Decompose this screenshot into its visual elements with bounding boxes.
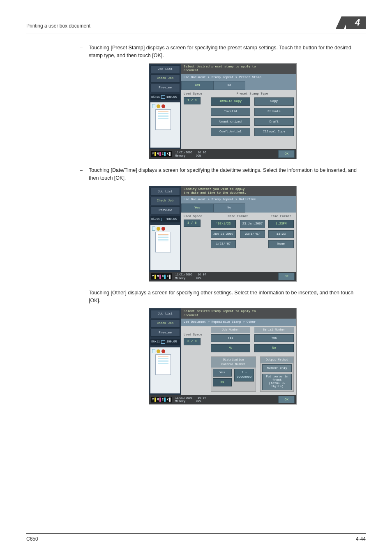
footer-page: 4-44	[356, 536, 366, 542]
prompt-text: Select desired Stamp Repeat to apply to …	[181, 308, 296, 319]
breadcrumb: Use Document > Stamp Repeat > Preset Sta…	[181, 74, 296, 81]
preview-button[interactable]: Preview	[150, 84, 180, 92]
used-space-label: Used Space	[184, 92, 208, 97]
opt-illegal-copy[interactable]: Illegal Copy	[254, 128, 294, 136]
rotate-right-icon[interactable]	[161, 104, 165, 108]
preview-panel	[150, 225, 180, 270]
page-thumbnail	[155, 232, 171, 252]
check-job-button[interactable]: Check Job	[150, 319, 180, 328]
rotate-left-icon[interactable]	[157, 349, 160, 353]
footer-datetime: 11/21/2006 16:07 Memory 99%	[175, 396, 206, 403]
prompt-text: Select desired preset stamp to apply to …	[181, 64, 296, 74]
opt-copy[interactable]: Copy	[254, 97, 294, 106]
serial-number-yes[interactable]: Yes	[254, 334, 294, 342]
page-fraction: 3 / 8	[184, 220, 201, 227]
output-number-only[interactable]: Number only	[262, 364, 292, 372]
distribution-title: Distribution Control Number	[211, 357, 256, 368]
date-opt-5[interactable]: 1/23/'07	[211, 240, 236, 248]
job-number-yes[interactable]: Yes	[211, 334, 250, 342]
check-job-button[interactable]: Check Job	[150, 74, 180, 83]
screenshot-date-time: Job List Check Job Preview 8½x11100.0%	[149, 186, 297, 282]
preview-button[interactable]: Preview	[150, 206, 180, 215]
footer-datetime: 11/21/2006 16:07 Memory 99%	[175, 273, 206, 280]
opt-unauthorized[interactable]: Unauthorized	[211, 118, 250, 126]
time-opt-3[interactable]: None	[268, 240, 294, 248]
dist-no[interactable]: No	[213, 378, 232, 386]
used-space-label: Used Space	[184, 333, 208, 338]
opt-invalid[interactable]: Invalid	[211, 108, 250, 116]
screenshot-preset-stamp: Job List Check Job Preview 8½x11100.0%	[149, 63, 297, 159]
date-opt-4[interactable]: 23/1/'07	[240, 230, 265, 238]
tab-yes[interactable]: Yes	[181, 204, 213, 213]
breadcrumb: Use Document > Stamp Repeat > Date/Time	[181, 196, 296, 204]
serial-number-title: Serial Number	[254, 327, 294, 333]
chapter-number: 4	[346, 16, 366, 29]
footer-datetime: 11/21/2006 16:06 Memory 99%	[175, 151, 206, 157]
time-format-title: Time Format	[268, 214, 294, 219]
bullet-dash: –	[80, 44, 89, 60]
opt-draft[interactable]: Draft	[254, 118, 294, 126]
running-title: Printing a user box document	[26, 23, 90, 29]
job-list-button[interactable]: Job List	[150, 188, 180, 196]
page-content: – Touching [Preset Stamp] displays a scr…	[80, 44, 366, 405]
job-list-button[interactable]: Job List	[150, 65, 180, 74]
preview-panel	[150, 347, 180, 393]
opt-invalid-copy[interactable]: Invalid Copy	[211, 97, 250, 106]
bullet-dash: –	[80, 166, 89, 183]
opt-private[interactable]: Private	[254, 108, 294, 116]
ok-button[interactable]: OK	[278, 273, 295, 280]
date-opt-1[interactable]: '07/1/23	[211, 220, 236, 228]
doc-icon	[152, 227, 155, 231]
toner-levels: Y M C K	[151, 273, 172, 279]
job-number-no[interactable]: No	[211, 344, 250, 352]
ok-button[interactable]: OK	[278, 150, 295, 157]
preview-button[interactable]: Preview	[150, 329, 180, 337]
footer-model: C650	[26, 536, 38, 542]
job-number-title: Job Number	[211, 327, 250, 333]
time-opt-2[interactable]: 13:23	[268, 230, 294, 238]
rotate-left-icon[interactable]	[157, 104, 160, 108]
check-job-button[interactable]: Check Job	[150, 197, 180, 205]
page-thumbnail	[155, 354, 171, 375]
time-opt-1[interactable]: 1:23PM	[268, 220, 294, 228]
page-fraction: 1 / 8	[184, 97, 201, 104]
output-method-title: Output Method	[261, 357, 293, 363]
dist-range[interactable]: 1 - 99999999	[234, 369, 254, 382]
date-opt-2[interactable]: 23.Jan.2007	[240, 220, 265, 228]
rotate-right-icon[interactable]	[161, 349, 165, 353]
tab-no[interactable]: No	[213, 81, 245, 90]
serial-number-no[interactable]: No	[254, 344, 294, 352]
date-format-title: Date Format	[211, 214, 265, 219]
used-space-label: Used Space	[184, 214, 208, 219]
tab-yes[interactable]: Yes	[181, 81, 213, 90]
bullet-dash: –	[80, 289, 89, 305]
bullet-text-1: Touching [Preset Stamp] displays a scree…	[89, 44, 366, 60]
dist-yes[interactable]: Yes	[213, 369, 232, 377]
page-thumbnail	[155, 109, 171, 130]
toner-levels: Y M C K	[151, 151, 172, 157]
date-opt-3[interactable]: Jan 23,2007	[211, 230, 236, 238]
bullet-text-3: Touching [Other] displays a screen for s…	[89, 289, 366, 305]
ok-button[interactable]: OK	[278, 396, 295, 403]
output-zeros[interactable]: Put zeros in front (total 8-digits)	[262, 374, 292, 390]
prompt-text: Specify whether you wish to apply the da…	[181, 186, 296, 197]
opt-confidential[interactable]: Confidential	[211, 128, 250, 136]
status-bar: 8½x11100.0%	[150, 94, 180, 100]
tab-no[interactable]: No	[213, 204, 245, 213]
doc-icon	[152, 349, 155, 353]
preview-panel	[150, 102, 180, 148]
rotate-right-icon[interactable]	[161, 227, 165, 231]
rotate-left-icon[interactable]	[157, 227, 160, 231]
bullet-text-2: Touching [Date/Time] displays a screen f…	[89, 166, 366, 183]
screenshot-other: Job List Check Job Preview 8½x11100.0%	[149, 308, 297, 405]
section-title: Preset Stamp Type	[211, 92, 294, 97]
status-bar: 8½x11100.0%	[150, 339, 180, 345]
doc-icon	[152, 104, 155, 108]
job-list-button[interactable]: Job List	[150, 310, 180, 318]
breadcrumb: Use Document > Repeatable Stamp > Other	[181, 319, 296, 326]
status-bar: 8½x11100.0%	[150, 216, 180, 222]
toner-levels: Y M C K	[151, 397, 172, 402]
page-fraction: 3 / 8	[184, 338, 201, 345]
